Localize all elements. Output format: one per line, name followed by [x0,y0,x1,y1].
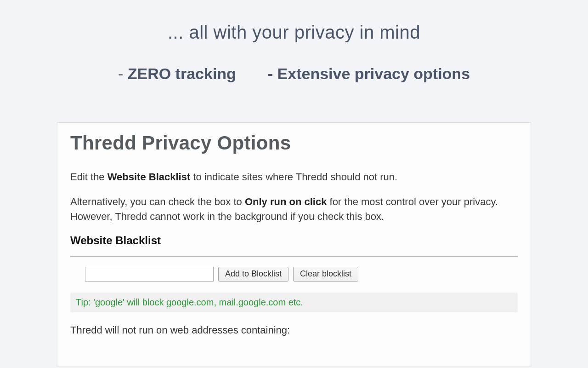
clear-blocklist-button[interactable]: Clear blocklist [293,267,358,282]
tip-bar: Tip: 'google' will block google.com, mai… [70,293,518,312]
desc2-bold: Only run on click [245,196,327,207]
bullet2-dash: - [268,65,277,82]
bullet2-text: Extensive privacy options [277,65,470,82]
add-to-blocklist-button[interactable]: Add to Blocklist [218,267,288,282]
bullet1-text: ZERO tracking [128,65,236,82]
blocklist-description: Thredd will not run on web addresses con… [70,324,518,336]
divider [70,256,518,257]
panel-heading: Thredd Privacy Options [70,132,518,154]
desc1-post: to indicate sites where Thredd should no… [190,171,397,183]
panel-desc-2: Alternatively, you can check the box to … [70,195,518,224]
privacy-options-panel: Thredd Privacy Options Edit the Website … [57,122,531,366]
bullets-row: - ZERO tracking - Extensive privacy opti… [0,65,588,83]
desc1-bold: Website Blacklist [107,171,191,183]
desc1-pre: Edit the [70,171,107,183]
blocklist-input[interactable] [85,267,214,282]
page-title: ... all with your privacy in mind [0,0,588,43]
desc2-pre: Alternatively, you can check the box to [70,196,245,207]
blocklist-form-row: Add to Blocklist Clear blocklist [70,267,518,282]
bullet1-dash: - [118,65,128,82]
panel-desc-1: Edit the Website Blacklist to indicate s… [70,170,518,184]
section-title-blacklist: Website Blacklist [70,234,518,247]
